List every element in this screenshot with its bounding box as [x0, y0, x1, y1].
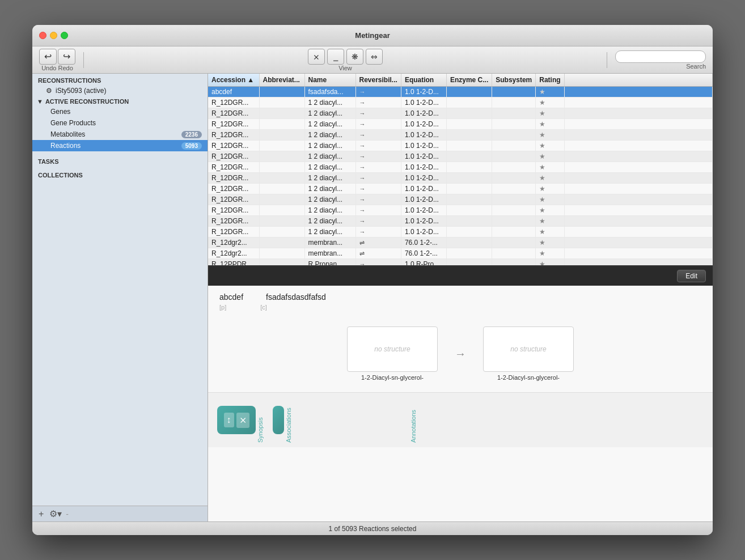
- sidebar-item-metabolites[interactable]: Metabolites 2236: [32, 129, 208, 140]
- add-button[interactable]: +: [37, 509, 45, 519]
- table-row[interactable]: R_12DGR... 1 2 diacyl... → 1.0 1-2-D... …: [208, 151, 713, 162]
- cell-name: 1 2 diacyl...: [304, 151, 355, 162]
- col-subsystem[interactable]: Subsystem: [492, 74, 536, 87]
- cell-subsystem: [492, 194, 536, 205]
- cell-reversibility: →: [355, 151, 401, 162]
- synopsis-icon-arrows: ↕: [224, 413, 234, 427]
- table-row[interactable]: R_12PPDR... R Propan... → 1.0 R-Pro... ★: [208, 259, 713, 267]
- cell-enzyme: [446, 130, 492, 141]
- sidebar-item-genes[interactable]: Genes: [32, 106, 208, 117]
- table-row[interactable]: R_12DGR... 1 2 diacyl... → 1.0 1-2-D... …: [208, 97, 713, 108]
- table-row[interactable]: R_12DGR... 1 2 diacyl... → 1.0 1-2-D... …: [208, 130, 713, 141]
- undo-button[interactable]: ↩: [39, 49, 57, 65]
- table-row[interactable]: R_12DGR... 1 2 diacyl... → 1.0 1-2-D... …: [208, 173, 713, 184]
- col-enzyme[interactable]: Enzyme C...: [446, 74, 492, 87]
- cell-enzyme: [446, 259, 492, 267]
- table-row[interactable]: R_12DGR... 1 2 diacyl... → 1.0 1-2-D... …: [208, 119, 713, 130]
- cell-equation: 1.0 1-2-D...: [401, 130, 446, 141]
- associations-tab[interactable]: [273, 406, 284, 434]
- synopsis-icon-grid: ⨯: [236, 413, 249, 428]
- reaction-visual: no structure 1-2-Diacyl-sn-glycerol- → n…: [208, 315, 713, 393]
- metabolite-left-name: 1-2-Diacyl-sn-glycerol-: [361, 374, 424, 381]
- close-button[interactable]: [39, 32, 46, 39]
- metabolites-label: Metabolites: [50, 130, 178, 138]
- view-btn-3[interactable]: ❋: [346, 49, 363, 65]
- cell-rating: ★: [536, 227, 564, 237]
- reaction-arrow-icon: →: [455, 347, 466, 360]
- table-row[interactable]: R_12DGR... 1 2 diacyl... → 1.0 1-2-D... …: [208, 162, 713, 173]
- col-abbreviation[interactable]: Abbreviat...: [259, 74, 304, 87]
- cell-equation: 1.0 1-2-D...: [401, 151, 446, 162]
- cell-rating: ★: [536, 97, 564, 108]
- col-equation[interactable]: Equation: [401, 74, 446, 87]
- cell-equation: 1.0 1-2-D...: [401, 108, 446, 119]
- cell-enzyme: [446, 119, 492, 130]
- maximize-button[interactable]: [61, 32, 68, 39]
- cell-abbreviation: [259, 151, 304, 162]
- metabolite-right-name: 1-2-Diacyl-sn-glycerol-: [497, 374, 560, 381]
- status-bar: 1 of 5093 Reactions selected: [32, 521, 713, 535]
- cell-abbreviation: [259, 194, 304, 205]
- reactions-badge: 5093: [181, 142, 202, 150]
- redo-button[interactable]: ↪: [58, 49, 75, 65]
- cell-enzyme: [446, 162, 492, 173]
- col-reversibility[interactable]: Reversibil...: [355, 74, 401, 87]
- collections-header: COLLECTIONS: [32, 168, 208, 180]
- cell-subsystem: [492, 108, 536, 119]
- sidebar-item-reactions[interactable]: Reactions 5093: [32, 140, 208, 151]
- edit-button[interactable]: Edit: [677, 270, 706, 282]
- sidebar-active-item-label: iSty5093 (active): [56, 87, 202, 95]
- cell-name: 1 2 diacyl...: [304, 194, 355, 205]
- cell-reversibility: →: [355, 216, 401, 227]
- cell-spacer: [564, 119, 712, 130]
- table-row[interactable]: abcdef fsadafsda... → 1.0 1-2-D... ★: [208, 87, 713, 97]
- detail-name: fsadafsdasdfafsd: [266, 292, 326, 302]
- cell-name: 1 2 diacyl...: [304, 227, 355, 237]
- view-btn-4[interactable]: ⇔: [366, 49, 383, 65]
- col-rating[interactable]: Rating: [536, 74, 564, 87]
- cell-subsystem: [492, 184, 536, 194]
- col-accession[interactable]: Accession ▲: [208, 74, 259, 87]
- table-row[interactable]: R_12DGR... 1 2 diacyl... → 1.0 1-2-D... …: [208, 141, 713, 151]
- cell-equation: 1.0 1-2-D...: [401, 173, 446, 184]
- table-row[interactable]: R_12DGR... 1 2 diacyl... → 1.0 1-2-D... …: [208, 194, 713, 205]
- cell-enzyme: [446, 108, 492, 119]
- associations-tab-label: Associations: [285, 397, 292, 443]
- cell-accession: R_12DGR...: [208, 130, 259, 141]
- cell-abbreviation: [259, 97, 304, 108]
- cell-spacer: [564, 248, 712, 259]
- minimize-button[interactable]: [50, 32, 57, 39]
- sidebar-item-isty5093[interactable]: ⚙ iSty5093 (active): [32, 85, 208, 96]
- tasks-header: TASKS: [32, 155, 208, 166]
- cell-spacer: [564, 237, 712, 248]
- table-row[interactable]: R_12DGR... 1 2 diacyl... → 1.0 1-2-D... …: [208, 227, 713, 237]
- view-btn-2[interactable]: ⎯: [327, 49, 344, 65]
- cell-reversibility: →: [355, 227, 401, 237]
- undo-redo-section: ↩ ↪ Undo Redo: [39, 49, 75, 71]
- cell-accession: R_12PPDR...: [208, 259, 259, 267]
- cell-enzyme: [446, 227, 492, 237]
- sidebar-item-gene-products[interactable]: Gene Products: [32, 117, 208, 129]
- table-row[interactable]: R_12DGR... 1 2 diacyl... → 1.0 1-2-D... …: [208, 205, 713, 216]
- view-label: View: [338, 65, 352, 71]
- search-input[interactable]: [615, 50, 706, 63]
- table-row[interactable]: R_12dgr2... membran... ⇌ 76.0 1-2-... ★: [208, 237, 713, 248]
- col-name[interactable]: Name: [304, 74, 355, 87]
- cell-equation: 1.0 1-2-D...: [401, 194, 446, 205]
- cell-equation: 1.0 1-2-D...: [401, 97, 446, 108]
- cell-equation: 76.0 1-2-...: [401, 237, 446, 248]
- cell-name: membran...: [304, 248, 355, 259]
- cell-abbreviation: [259, 108, 304, 119]
- synopsis-tab[interactable]: ↕ ⨯: [217, 406, 256, 434]
- cell-equation: 76.0 1-2-...: [401, 248, 446, 259]
- table-row[interactable]: R_12DGR... 1 2 diacyl... → 1.0 1-2-D... …: [208, 184, 713, 194]
- table-row[interactable]: R_12DGR... 1 2 diacyl... → 1.0 1-2-D... …: [208, 216, 713, 227]
- detail-id: abcdef: [219, 292, 243, 302]
- view-btn-1[interactable]: ⨯: [308, 49, 325, 65]
- table-row[interactable]: R_12dgr2... membran... ⇌ 76.0 1-2-... ★: [208, 248, 713, 259]
- settings-footer-button[interactable]: ⚙▾: [48, 508, 64, 519]
- cell-abbreviation: [259, 205, 304, 216]
- cell-subsystem: [492, 205, 536, 216]
- table-row[interactable]: R_12DGR... 1 2 diacyl... → 1.0 1-2-D... …: [208, 108, 713, 119]
- cell-reversibility: ⇌: [355, 248, 401, 259]
